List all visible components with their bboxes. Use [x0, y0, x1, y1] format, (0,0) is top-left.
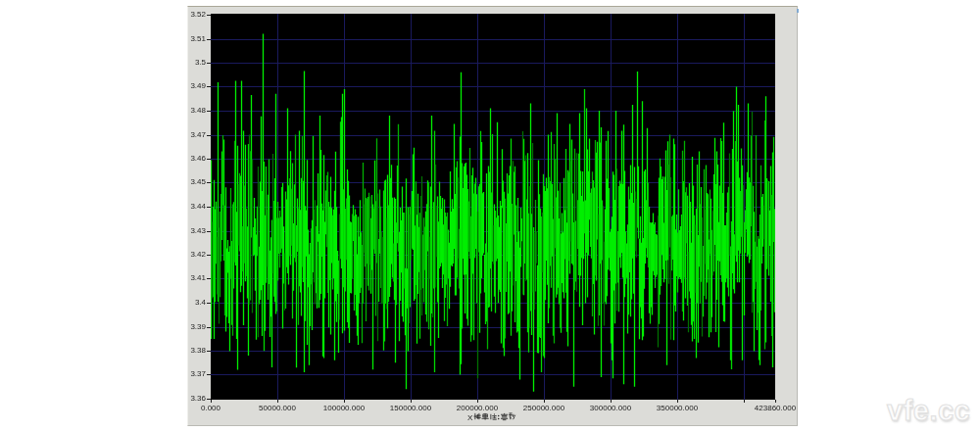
svg-text:X: X [467, 413, 473, 422]
